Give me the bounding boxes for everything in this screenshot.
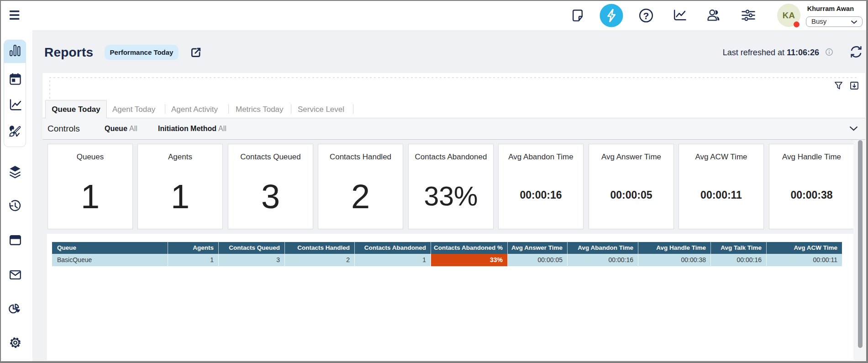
svg-text:?: ? — [643, 11, 649, 21]
